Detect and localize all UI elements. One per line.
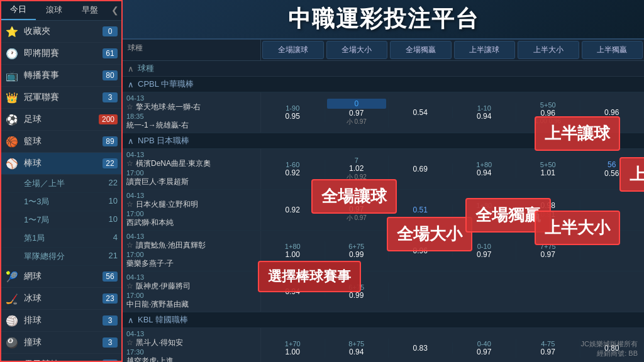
odds-total-half-npb-1[interactable]: 5+501.01 [516, 160, 580, 178]
col-header-moneyline-half[interactable]: 上半獨贏 [582, 41, 643, 59]
odds-handicap-full-npb-3[interactable]: 1+801.00 [261, 241, 325, 260]
sidebar-item-champions[interactable]: 👑 冠軍聯賽 3 [0, 87, 123, 109]
sidebar-sub-halftime[interactable]: 全場／上半 22 [0, 175, 123, 193]
odds-ml-full-kbl-1[interactable]: 0.83 [389, 343, 453, 354]
odds-handicap-full-kbl-1[interactable]: 1+701.00 [261, 339, 325, 358]
col-header-moneyline-full[interactable]: 全場獨贏 [390, 41, 452, 59]
fav-star-kbl-1[interactable]: ☆ [126, 338, 133, 347]
sidebar-sub-1-3inning[interactable]: 1〜3局 10 [0, 193, 123, 211]
bet-table-container[interactable]: 球種 全場讓球 全場大小 全場獨贏 上半讓球 上半大小 上半獨贏 ∧ 球種 ∧ … [123, 40, 644, 362]
odds-total-full-npb-1[interactable]: 71.02 小 0.92 [325, 155, 389, 183]
odds-ml-half-npb-3[interactable] [580, 250, 645, 252]
odds-ml-full-npb-1[interactable]: 0.69 [389, 163, 453, 175]
odds-ml-full-npb-4[interactable] [389, 290, 453, 293]
odds-total-half-npb-4[interactable] [516, 290, 580, 293]
odds-ml-full-cpbl-1[interactable]: 0.54 [389, 107, 453, 118]
sidebar-sub-badge-team-score: 21 [109, 251, 118, 262]
sidebar-collapse-arrow[interactable]: ❮ [108, 5, 123, 15]
col-header-handicap-full[interactable]: 全場讓球 [262, 41, 324, 59]
odds-handicap-half-npb-2[interactable]: 1+800.94 [453, 200, 517, 219]
game-info-npb-2: 04-13 ☆日本火腿·立野和明 17:00 西武獅·和本純 [123, 190, 261, 230]
page-title: 中職運彩投注平台 [123, 4, 644, 35]
sidebar-badge-upcoming: 61 [103, 48, 118, 58]
sidebar-item-volleyball[interactable]: 🏐 排球 3 [0, 310, 123, 332]
odds-handicap-full-npb-4[interactable]: 0.94 [261, 286, 325, 297]
sidebar-sub-badge-halftime: 22 [109, 178, 118, 189]
col-header-game: 球種 [123, 40, 261, 60]
col-header-total-full[interactable]: 全場大小 [326, 41, 388, 59]
sidebar-item-esports[interactable]: 🎮 電子競技 27 [0, 354, 123, 362]
sidebar-label-volleyball: 排球 [24, 315, 103, 326]
odds-total-full-npb-4[interactable]: 6+750.99 [325, 282, 389, 301]
watermark-line1: JC娛樂城版權所有 [581, 339, 638, 349]
sidebar-badge-baseball: 22 [103, 158, 118, 168]
odds-total-half-npb-2[interactable]: 0.980.91 [516, 200, 580, 220]
game-teams-cpbl-1: ☆擎天地球·統一獅-右 [126, 102, 257, 112]
sidebar-label-champions: 冠軍聯賽 [24, 92, 103, 103]
tab-early[interactable]: 早盤 [72, 1, 108, 19]
sidebar-sub-team-score[interactable]: 單隊總得分 21 [0, 248, 123, 266]
sidebar-item-basketball[interactable]: 🏀 籃球 89 [0, 131, 123, 153]
fav-star-npb-4[interactable]: ☆ [126, 282, 133, 290]
odds-handicap-half-npb-1[interactable]: 1+800.94 [453, 160, 517, 178]
sidebar-item-baseball[interactable]: ⚾ 棒球 22 [0, 153, 123, 175]
expand-kbl-arrow[interactable]: ∧ [128, 315, 134, 325]
sidebar-sub-1st-inning[interactable]: 第1局 4 [0, 229, 123, 248]
bet-table-header: 球種 全場讓球 全場大小 全場獨贏 上半讓球 上半大小 上半獨贏 [123, 40, 644, 61]
odds-ml-full-npb-2[interactable]: 0.51 [389, 204, 453, 216]
sidebar-item-soccer[interactable]: ⚽ 足球 200 [0, 109, 123, 131]
star-icon: ⭐ [5, 25, 19, 38]
odds-handicap-half-kbl-1[interactable]: 0-400.97 [453, 339, 517, 358]
fav-star-cpbl-1[interactable]: ☆ [126, 102, 133, 111]
odds-ml-half-npb-4[interactable] [580, 290, 645, 293]
odds-handicap-half-cpbl-1[interactable]: 1-100.94 [453, 103, 517, 122]
odds-total-full-npb-2[interactable]: 7+750.97 小 0.97 [325, 196, 389, 224]
odds-total-half-npb-3[interactable]: 7+750.97 [516, 241, 580, 260]
odds-total-half-kbl-1[interactable]: 4-750.97 [516, 339, 580, 358]
tab-today[interactable]: 今日 [0, 0, 36, 20]
odds-total-half-cpbl-1[interactable]: 5+500.96 1.00 0.96 [516, 100, 580, 126]
game-teams2-npb-1: 讀賣巨人·李晨超斯 [126, 177, 257, 187]
sidebar-item-hockey[interactable]: 🏒 冰球 23 [0, 288, 123, 310]
odds-handicap-half-npb-4[interactable] [453, 290, 517, 293]
expand-npb-arrow[interactable]: ∧ [128, 136, 134, 146]
odds-total-full-npb-3[interactable]: 6+750.99 [325, 241, 389, 260]
odds-handicap-full-npb-1[interactable]: 1-600.92 [261, 160, 325, 178]
fav-star-npb-2[interactable]: ☆ [126, 200, 133, 209]
sidebar-badge-volleyball: 3 [103, 315, 118, 326]
sidebar-item-broadcast[interactable]: 📺 轉播賽事 80 [0, 65, 123, 87]
odds-total-full-cpbl-1[interactable]: 00.97 小 0.97 [325, 97, 389, 128]
sidebar-sub-label-1-7: 1〜7局 [24, 214, 49, 226]
odds-ml-half-npb-2[interactable] [580, 209, 645, 211]
sidebar-sub-1-7inning[interactable]: 1〜7局 10 [0, 211, 123, 229]
odds-ml-half-npb-1[interactable]: 560.56 [580, 159, 645, 179]
game-time-npb-4: 17:00 [126, 292, 257, 299]
game-time-npb-2: 17:00 [126, 210, 257, 217]
section-expand-arrow[interactable]: ∧ [128, 64, 134, 74]
game-teams-npb-3: ☆讀賣鯰魚·池田真輝彰 [126, 240, 257, 251]
sidebar-item-favorites[interactable]: ⭐ 收藏夾 0 [0, 21, 123, 43]
expand-cpbl-arrow[interactable]: ∧ [128, 80, 134, 89]
game-date-kbl-1: 04-13 [126, 330, 257, 337]
col-header-total-half[interactable]: 上半大小 [518, 41, 579, 59]
sidebar-badge-basketball: 89 [103, 136, 118, 146]
odds-total-full-kbl-1[interactable]: 8+750.94 [325, 339, 389, 358]
watermark: JC娛樂城版權所有 經銷商號: BB [581, 339, 638, 358]
game-row-cpbl-1: 04-13 ☆擎天地球·統一獅-右 18:35 統一-1→統雄贏-右 1-900… [123, 92, 644, 133]
col-header-handicap-half[interactable]: 上半讓球 [454, 41, 516, 59]
odds-handicap-full-npb-2[interactable]: 0.92 [261, 204, 325, 216]
odds-ml-full-npb-3[interactable]: 0.96 [389, 245, 453, 256]
sidebar-label-hockey: 冰球 [24, 293, 103, 304]
odds-handicap-half-npb-3[interactable]: 0-100.97 [453, 241, 517, 260]
odds-handicap-full-cpbl-1[interactable]: 1-900.95 [261, 103, 325, 122]
fav-star-npb-3[interactable]: ☆ [126, 241, 133, 250]
sidebar-item-billiards[interactable]: 🎱 撞球 3 [0, 332, 123, 354]
sidebar-item-tennis[interactable]: 🎾 網球 56 [0, 266, 123, 288]
tab-live[interactable]: 滾球 [36, 1, 72, 19]
odds-ml-half-cpbl-1[interactable]: 0.96 [580, 107, 645, 118]
sidebar-item-upcoming[interactable]: 🕐 即將開賽 61 [0, 43, 123, 65]
fav-star-npb-1[interactable]: ☆ [126, 159, 133, 168]
volleyball-icon: 🏐 [5, 314, 19, 327]
league-kbl: ∧ KBL 韓國職棒 [123, 312, 644, 328]
odds-npb-4: 0.94 6+750.99 [261, 272, 644, 312]
